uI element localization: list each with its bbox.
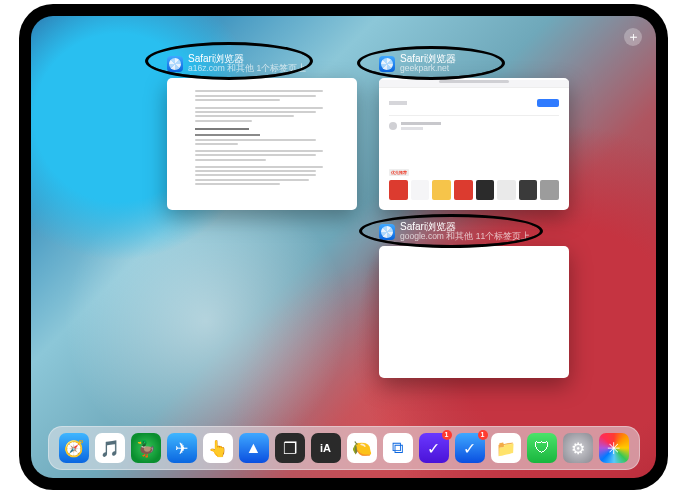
- thumb-tile: [476, 180, 495, 200]
- dock-app-leaf[interactable]: 🍋: [347, 433, 377, 463]
- thumb-tile: [411, 180, 430, 200]
- card-titles: Safari浏览器 google.com 和其他 11个标签页上: [400, 221, 530, 241]
- thumb-urlbar: [379, 80, 569, 88]
- dock: 🧭🎵🦆✈👆▲❐iA🍋⧉✓1✓1📁🛡⚙✳: [48, 426, 640, 470]
- dock-app-shield[interactable]: 🛡: [527, 433, 557, 463]
- card-subtitle: google.com 和其他 11个标签页上: [400, 232, 530, 241]
- app-switcher: ＋ Safari浏览器 a16z.com 和其他 1个标签页上: [31, 16, 656, 478]
- card-header: Safari浏览器 geekpark.net: [379, 52, 569, 78]
- dock-app-browser2[interactable]: 🦆: [131, 433, 161, 463]
- ipad-device-frame: ＋ Safari浏览器 a16z.com 和其他 1个标签页上: [19, 4, 668, 490]
- dock-app-dropbox[interactable]: ⧉: [383, 433, 413, 463]
- switcher-card[interactable]: Safari浏览器 a16z.com 和其他 1个标签页上: [167, 52, 357, 210]
- dock-app-switcher[interactable]: ❐: [275, 433, 305, 463]
- badge: 1: [478, 430, 488, 440]
- thumb-section-label: 优先推荐: [389, 169, 409, 176]
- dock-app-ia[interactable]: iA: [311, 433, 341, 463]
- dock-app-nav[interactable]: ▲: [239, 433, 269, 463]
- card-header: Safari浏览器 a16z.com 和其他 1个标签页上: [167, 52, 357, 78]
- switcher-card[interactable]: Safari浏览器 google.com 和其他 11个标签页上: [379, 220, 569, 378]
- card-titles: Safari浏览器 geekpark.net: [400, 53, 456, 73]
- dock-app-touchid[interactable]: 👆: [203, 433, 233, 463]
- thumb-webpage: [379, 88, 569, 138]
- safari-icon: [379, 56, 395, 72]
- card-thumbnail[interactable]: 优先推荐: [379, 78, 569, 210]
- thumb-tile: [454, 180, 473, 200]
- dock-app-safari[interactable]: 🧭: [59, 433, 89, 463]
- dock-app-settings[interactable]: ⚙: [563, 433, 593, 463]
- dock-app-clock[interactable]: ✓1: [455, 433, 485, 463]
- card-subtitle: geekpark.net: [400, 64, 456, 73]
- thumb-tile: [432, 180, 451, 200]
- dock-app-photos[interactable]: ✳: [599, 433, 629, 463]
- dock-app-things[interactable]: ✓1: [419, 433, 449, 463]
- dock-app-telegram[interactable]: ✈: [167, 433, 197, 463]
- card-titles: Safari浏览器 a16z.com 和其他 1个标签页上: [188, 53, 306, 73]
- safari-icon: [379, 224, 395, 240]
- card-header: Safari浏览器 google.com 和其他 11个标签页上: [379, 220, 569, 246]
- dock-app-music[interactable]: 🎵: [95, 433, 125, 463]
- safari-icon: [167, 56, 183, 72]
- screen: ＋ Safari浏览器 a16z.com 和其他 1个标签页上: [31, 16, 656, 478]
- card-subtitle: a16z.com 和其他 1个标签页上: [188, 64, 306, 73]
- thumb-tile: [540, 180, 559, 200]
- card-thumbnail[interactable]: [379, 246, 569, 378]
- thumb-tile: [519, 180, 538, 200]
- thumb-tile: [389, 180, 408, 200]
- thumb-tile: [497, 180, 516, 200]
- badge: 1: [442, 430, 452, 440]
- add-window-button[interactable]: ＋: [624, 28, 642, 46]
- dock-app-files[interactable]: 📁: [491, 433, 521, 463]
- switcher-card[interactable]: Safari浏览器 geekpark.net 优先推荐: [379, 52, 569, 210]
- thumb-tile-strip: [389, 180, 559, 202]
- thumb-document: [167, 78, 357, 197]
- card-thumbnail[interactable]: [167, 78, 357, 210]
